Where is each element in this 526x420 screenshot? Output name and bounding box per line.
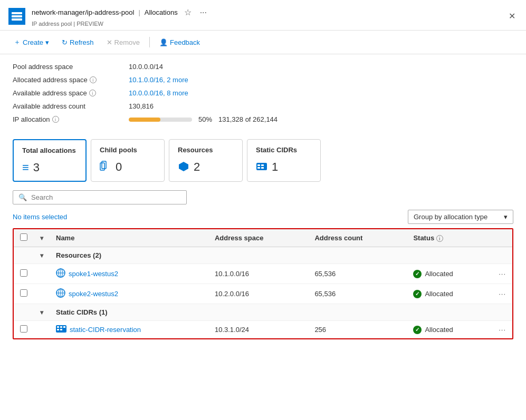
row2-status: Allocated	[407, 284, 492, 304]
allocated-info-icon[interactable]: i	[90, 76, 97, 83]
progress-detail: 131,328 of 262,144	[218, 115, 278, 123]
search-icon: 🔍	[18, 193, 27, 201]
table-controls: No items selected Group by allocation ty…	[13, 210, 513, 224]
svg-rect-10	[261, 167, 264, 169]
tile-resources[interactable]: Resources 2	[169, 139, 243, 182]
row2-name-link[interactable]: spoke2-westus2	[56, 288, 202, 299]
row3-actions[interactable]: ···	[492, 321, 512, 339]
row3-address-space: 10.3.1.0/24	[208, 321, 308, 339]
no-items-label: No items selected	[13, 213, 67, 221]
feedback-button[interactable]: 👤 Feedback	[154, 36, 205, 49]
row1-status-cell: Allocated	[413, 270, 486, 278]
progress-bar	[129, 118, 192, 122]
resources-expand-icon[interactable]: ▾	[40, 252, 43, 259]
group-by-chevron-icon: ▾	[504, 213, 508, 221]
favorite-icon[interactable]: ☆	[182, 5, 194, 19]
group-name-resources: Resources (2)	[50, 247, 512, 264]
toolbar: ＋ Create ▾ ↻ Refresh ✕ Remove 👤 Feedback	[0, 31, 526, 54]
header-name: Name	[50, 229, 208, 247]
refresh-icon: ↻	[62, 38, 68, 46]
tile-resources-count: 2	[194, 160, 200, 174]
available-address-space-row: Available address space i 10.0.0.0/16, 8…	[13, 89, 513, 97]
row3-checkbox[interactable]	[20, 325, 27, 333]
group-by-dropdown[interactable]: Group by allocation type ▾	[408, 210, 513, 224]
search-bar[interactable]: 🔍	[13, 190, 187, 204]
table-row: spoke2-westus2 10.2.0.0/16 65,536 Alloca…	[14, 284, 512, 304]
row3-address-count: 256	[308, 321, 407, 339]
header-status: Status i	[407, 229, 492, 247]
close-icon[interactable]: ✕	[506, 9, 518, 23]
row3-expand-col	[34, 321, 50, 339]
progress-row: 50% 131,328 of 262,144	[129, 115, 278, 123]
group-row-static-cidrs: ▾ Static CIDRs (1)	[14, 304, 512, 321]
group-by-label: Group by allocation type	[414, 213, 487, 221]
row2-actions[interactable]: ···	[492, 284, 512, 304]
row1-actions[interactable]: ···	[492, 264, 512, 284]
row1-status-text: Allocated	[425, 270, 453, 278]
row2-checkbox[interactable]	[20, 289, 27, 297]
available-address-count-label: Available address count	[13, 102, 129, 110]
title-group: network-manager/ip-address-pool | Alloca…	[32, 5, 506, 27]
search-input[interactable]	[31, 193, 181, 201]
row3-status-text: Allocated	[425, 326, 453, 334]
feedback-icon: 👤	[159, 38, 168, 46]
pool-address-space-value: 10.0.0.0/14	[129, 63, 163, 71]
tile-resources-title: Resources	[178, 146, 234, 154]
svg-rect-23	[57, 329, 59, 330]
main-content: 🔍 No items selected Group by allocation …	[0, 190, 526, 339]
row1-expand-col	[34, 264, 50, 284]
expand-all-icon[interactable]: ▾	[40, 235, 43, 242]
page-header: network-manager/ip-address-pool | Alloca…	[0, 0, 526, 31]
remove-button[interactable]: ✕ Remove	[101, 36, 145, 49]
row2-status-cell: Allocated	[413, 290, 486, 298]
available-address-count-row: Available address count 130,816	[13, 102, 513, 110]
row2-status-icon	[413, 290, 422, 298]
group-row-resources: ▾ Resources (2)	[14, 247, 512, 264]
row1-checkbox[interactable]	[20, 269, 27, 277]
svg-rect-22	[63, 326, 65, 328]
table-body: ▾ Resources (2)	[14, 247, 512, 339]
row2-status-text: Allocated	[425, 290, 453, 298]
tile-static-cidrs[interactable]: Static CIDRs 1	[247, 139, 321, 182]
svg-rect-3	[100, 163, 104, 170]
create-button[interactable]: ＋ Create ▾	[8, 35, 54, 50]
tile-child-pools[interactable]: Child pools 0	[91, 139, 165, 182]
allocated-address-space-value[interactable]: 10.1.0.0/16, 2 more	[129, 76, 188, 84]
group-name-static-cidrs: Static CIDRs (1)	[50, 304, 512, 321]
create-chevron-icon: ▾	[45, 38, 49, 46]
tile-resources-content: 2	[178, 160, 234, 174]
tile-total[interactable]: Total allocations ≡ 3	[13, 139, 87, 182]
static-cidrs-expand-icon[interactable]: ▾	[40, 309, 43, 316]
remove-icon: ✕	[107, 38, 112, 46]
row1-checkbox-col	[14, 264, 34, 284]
row3-status: Allocated	[407, 321, 492, 339]
status-info-icon[interactable]: i	[436, 235, 443, 242]
row3-name-link[interactable]: static-CIDR-reservation	[56, 325, 202, 334]
row1-address-count: 65,536	[308, 264, 407, 284]
available-address-space-value[interactable]: 10.0.0.0/16, 8 more	[129, 89, 188, 97]
available-info-icon[interactable]: i	[89, 90, 96, 96]
header-address-count: Address count	[308, 229, 407, 247]
group-expand-col[interactable]: ▾	[34, 247, 50, 264]
row1-status: Allocated	[407, 264, 492, 284]
table-row: static-CIDR-reservation 10.3.1.0/24 256 …	[14, 321, 512, 339]
row2-name: spoke2-westus2	[50, 284, 208, 304]
row1-address-space: 10.1.0.0/16	[208, 264, 308, 284]
more-options-icon[interactable]: ···	[198, 6, 209, 19]
header-address-space: Address space	[208, 229, 308, 247]
table-header: ▾ Name Address space Address count Statu…	[14, 229, 512, 247]
group2-expand-col[interactable]: ▾	[34, 304, 50, 321]
row3-status-icon	[413, 326, 422, 334]
ip-allocation-info-icon[interactable]: i	[52, 116, 59, 123]
resource-name: network-manager/ip-address-pool	[32, 8, 134, 16]
refresh-button[interactable]: ↻ Refresh	[56, 36, 99, 49]
tile-static-cidrs-content: 1	[256, 160, 312, 174]
allocations-table: ▾ Name Address space Address count Statu…	[14, 229, 512, 338]
select-all-checkbox[interactable]	[20, 233, 27, 241]
resource-icon	[178, 161, 189, 174]
row2-address-count: 65,536	[308, 284, 407, 304]
svg-marker-5	[179, 162, 188, 171]
row1-name: spoke1-westus2	[50, 264, 208, 284]
row1-name-link[interactable]: spoke1-westus2	[56, 268, 202, 279]
ip-allocation-label: IP allocation i	[13, 115, 129, 123]
